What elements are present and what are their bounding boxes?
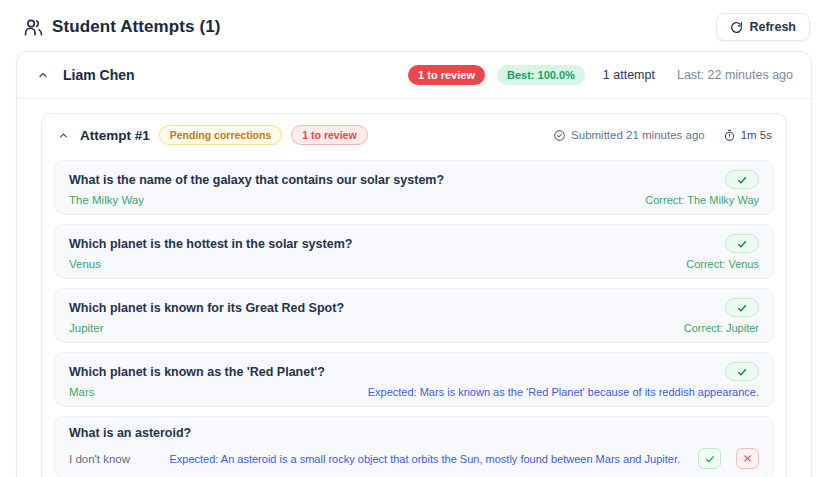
duration-meta: 1m 5s <box>723 129 772 142</box>
mark-incorrect-button[interactable] <box>736 448 759 469</box>
student-answer: Jupiter <box>69 322 104 334</box>
submitted-text: Submitted 21 minutes ago <box>571 129 705 141</box>
student-answer: Mars <box>69 386 95 398</box>
page-header: Student Attempts (1) Refresh <box>0 0 828 47</box>
check-icon <box>737 239 747 249</box>
refresh-label: Refresh <box>749 20 796 34</box>
expected-answer-text: Expected: An asteroid is a small rocky o… <box>169 453 680 465</box>
page-title: Student Attempts (1) <box>52 17 221 37</box>
chevron-up-icon[interactable] <box>56 128 71 143</box>
question-text: Which planet is the hottest in the solar… <box>69 237 715 251</box>
refresh-button[interactable]: Refresh <box>716 13 810 41</box>
correct-answer-text: Correct: Venus <box>686 258 759 270</box>
question-text: Which planet is known for its Great Red … <box>69 301 715 315</box>
chevron-up-icon[interactable] <box>35 67 51 83</box>
pending-corrections-badge: Pending corrections <box>159 125 283 145</box>
check-icon <box>705 454 715 464</box>
attempt-panel: Attempt #1 Pending corrections 1 to revi… <box>41 113 787 477</box>
refresh-icon <box>730 21 743 34</box>
student-name: Liam Chen <box>63 67 135 83</box>
check-icon <box>737 303 747 313</box>
attempt-title: Attempt #1 <box>80 128 150 143</box>
question-card: Which planet is known for its Great Red … <box>54 288 774 343</box>
submitted-meta: Submitted 21 minutes ago <box>553 129 705 142</box>
circle-check-icon <box>553 129 566 142</box>
question-text: What is an asteroid? <box>69 426 759 440</box>
question-text: Which planet is known as the 'Red Planet… <box>69 365 715 379</box>
question-card: Which planet is the hottest in the solar… <box>54 224 774 279</box>
last-active: Last: 22 minutes ago <box>677 68 793 82</box>
student-panel: Liam Chen 1 to review Best: 100.0% 1 att… <box>16 51 812 477</box>
student-header-row[interactable]: Liam Chen 1 to review Best: 100.0% 1 att… <box>17 52 811 99</box>
best-score-badge: Best: 100.0% <box>497 65 585 85</box>
question-card: What is the name of the galaxy that cont… <box>54 160 774 215</box>
check-icon <box>737 175 747 185</box>
stopwatch-icon <box>723 129 736 142</box>
student-answer: I don't know <box>69 453 130 465</box>
question-text: What is the name of the galaxy that cont… <box>69 173 715 187</box>
student-answer: The Milky Way <box>69 194 144 206</box>
correct-status-pill <box>725 170 759 189</box>
duration-text: 1m 5s <box>741 129 772 141</box>
correct-answer-text: Correct: The Milky Way <box>645 194 759 206</box>
mark-correct-button[interactable] <box>698 448 721 469</box>
expected-answer-text: Expected: Mars is known as the 'Red Plan… <box>368 386 759 398</box>
check-icon <box>737 367 747 377</box>
attempt-header-row[interactable]: Attempt #1 Pending corrections 1 to revi… <box>42 114 786 151</box>
review-count-badge: 1 to review <box>408 65 485 85</box>
correct-status-pill <box>725 234 759 253</box>
question-card: What is an asteroid? I don't know Expect… <box>54 416 774 477</box>
correct-status-pill <box>725 298 759 317</box>
correct-status-pill <box>725 362 759 381</box>
question-card: Which planet is known as the 'Red Planet… <box>54 352 774 407</box>
attempt-count: 1 attempt <box>603 68 655 82</box>
x-icon <box>743 454 752 463</box>
student-answer: Venus <box>69 258 101 270</box>
students-icon <box>24 18 43 37</box>
attempt-review-badge: 1 to review <box>291 125 367 145</box>
correct-answer-text: Correct: Jupiter <box>684 322 759 334</box>
